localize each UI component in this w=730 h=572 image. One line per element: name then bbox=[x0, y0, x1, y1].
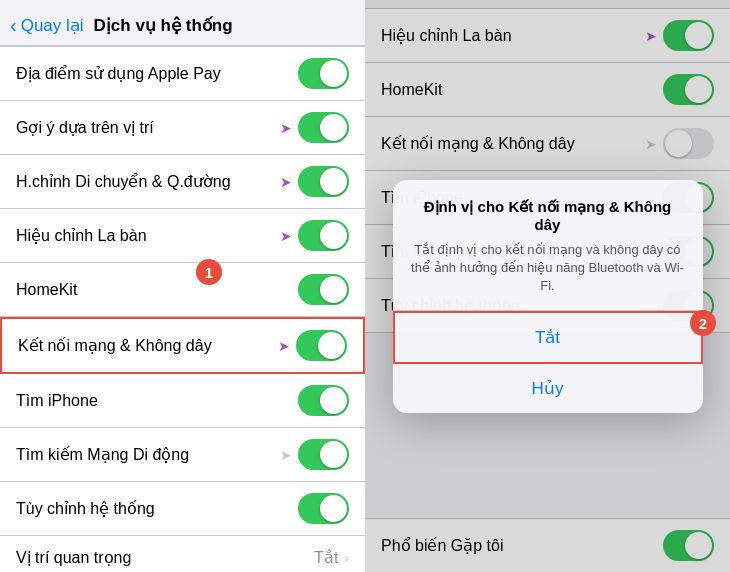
list-item[interactable]: Địa điểm sử dụng Apple Pay bbox=[0, 46, 365, 101]
item-right: Tắt › bbox=[314, 548, 349, 567]
item-right bbox=[298, 58, 349, 89]
toggle-on[interactable] bbox=[298, 58, 349, 89]
dialog-overlay: Định vị cho Kết nối mạng & Không dây Tắt… bbox=[365, 0, 730, 572]
list-item[interactable]: Hiệu chỉnh La bàn ➤ bbox=[0, 209, 365, 263]
item-right bbox=[298, 385, 349, 416]
list-item[interactable]: Vị trí quan trọng Tắt › bbox=[0, 536, 365, 572]
left-list: Địa điểm sử dụng Apple Pay Gợi ý dựa trê… bbox=[0, 46, 365, 572]
item-right: ➤ bbox=[280, 220, 349, 251]
dialog-cancel-button[interactable]: Hủy bbox=[393, 364, 703, 413]
list-item[interactable]: Tìm kiếm Mạng Di động ➤ bbox=[0, 428, 365, 482]
location-arrow-icon: ➤ bbox=[280, 174, 292, 190]
item-right: ➤ bbox=[278, 330, 347, 361]
step-2-badge: 2 bbox=[690, 310, 716, 336]
dialog-turn-off-label: Tắt bbox=[535, 328, 560, 347]
item-right: ➤ bbox=[280, 166, 349, 197]
dialog-content: Định vị cho Kết nối mạng & Không dây Tắt… bbox=[393, 180, 703, 310]
toggle-on[interactable] bbox=[298, 274, 349, 305]
dialog-title: Định vị cho Kết nối mạng & Không dây bbox=[411, 198, 685, 233]
nav-bar: ‹ Quay lại Dịch vụ hệ thống bbox=[0, 0, 365, 46]
item-label: HomeKit bbox=[16, 281, 298, 299]
location-arrow-icon: ➤ bbox=[280, 120, 292, 136]
dialog-turn-off-button[interactable]: Tắt bbox=[393, 311, 703, 364]
item-label: Vị trí quan trọng bbox=[16, 548, 314, 567]
dialog-box: Định vị cho Kết nối mạng & Không dây Tắt… bbox=[393, 180, 703, 413]
item-right bbox=[298, 274, 349, 305]
list-item[interactable]: HomeKit bbox=[0, 263, 365, 317]
value-text: Tắt bbox=[314, 548, 338, 567]
step-1-badge: 1 bbox=[196, 259, 222, 285]
item-label: H.chỉnh Di chuyển & Q.đường bbox=[16, 172, 280, 191]
back-chevron-icon: ‹ bbox=[10, 14, 17, 37]
left-panel: ‹ Quay lại Dịch vụ hệ thống Địa điểm sử … bbox=[0, 0, 365, 572]
list-item[interactable]: H.chỉnh Di chuyển & Q.đường ➤ bbox=[0, 155, 365, 209]
toggle-on[interactable] bbox=[298, 112, 349, 143]
right-panel: Hiệu chỉnh La bàn ➤ HomeKit Kết nối mạng… bbox=[365, 0, 730, 572]
item-right: ➤ bbox=[280, 439, 349, 470]
dialog-actions: Tắt Hủy bbox=[393, 310, 703, 413]
toggle-on[interactable] bbox=[298, 166, 349, 197]
list-item[interactable]: Tùy chỉnh hệ thống bbox=[0, 482, 365, 536]
item-label: Kết nối mạng & Không dây bbox=[18, 336, 278, 355]
item-label: Tìm kiếm Mạng Di động bbox=[16, 445, 280, 464]
item-label: Địa điểm sử dụng Apple Pay bbox=[16, 64, 298, 83]
item-label: Tìm iPhone bbox=[16, 392, 298, 410]
toggle-on[interactable] bbox=[298, 439, 349, 470]
chevron-right-icon: › bbox=[344, 550, 349, 566]
back-label: Quay lại bbox=[21, 15, 84, 36]
location-arrow-icon: ➤ bbox=[278, 338, 290, 354]
toggle-on[interactable] bbox=[298, 493, 349, 524]
dialog-cancel-label: Hủy bbox=[532, 379, 564, 398]
item-label: Tùy chỉnh hệ thống bbox=[16, 499, 298, 518]
item-label: Hiệu chỉnh La bàn bbox=[16, 226, 280, 245]
back-button[interactable]: ‹ Quay lại bbox=[10, 14, 84, 37]
page-title: Dịch vụ hệ thống bbox=[94, 15, 233, 36]
toggle-on[interactable] bbox=[296, 330, 347, 361]
list-item[interactable]: Gợi ý dựa trên vị trí ➤ bbox=[0, 101, 365, 155]
location-arrow-gray-icon: ➤ bbox=[280, 447, 292, 463]
item-right bbox=[298, 493, 349, 524]
dialog-message: Tắt định vị cho kết nối mạng và không dâ… bbox=[411, 241, 685, 296]
item-label: Gợi ý dựa trên vị trí bbox=[16, 118, 280, 137]
item-right: ➤ bbox=[280, 112, 349, 143]
list-item[interactable]: Tìm iPhone bbox=[0, 374, 365, 428]
toggle-on[interactable] bbox=[298, 220, 349, 251]
location-arrow-icon: ➤ bbox=[280, 228, 292, 244]
toggle-on[interactable] bbox=[298, 385, 349, 416]
ket-noi-mang-item[interactable]: Kết nối mạng & Không dây ➤ bbox=[0, 317, 365, 374]
